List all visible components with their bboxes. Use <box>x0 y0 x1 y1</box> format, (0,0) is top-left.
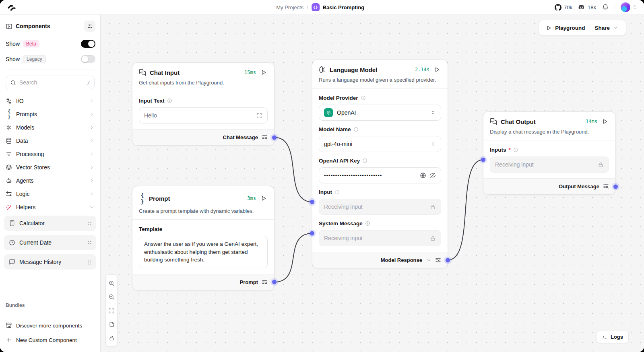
inspect-output-icon[interactable] <box>435 257 441 263</box>
discover-components-link[interactable]: Discover more components <box>6 318 95 333</box>
playground-share-panel: Playground Share <box>538 20 626 36</box>
messages-square-icon <box>490 118 497 125</box>
file-icon <box>109 321 115 327</box>
share-button[interactable]: Share <box>590 23 623 33</box>
chevron-right-icon <box>89 138 95 144</box>
info-icon[interactable] <box>167 98 172 103</box>
info-icon[interactable] <box>365 221 370 226</box>
plus-icon <box>6 337 12 343</box>
search-shortcut: / <box>87 80 90 86</box>
template-textarea[interactable]: Answer the user as if you were a GenAI e… <box>139 236 268 268</box>
node-description: Runs a language model given a specified … <box>312 77 448 89</box>
info-icon[interactable] <box>362 158 367 163</box>
inspect-output-icon[interactable] <box>603 183 609 189</box>
handle-chat-output-inputs[interactable] <box>481 158 485 162</box>
show-beta-toggle[interactable] <box>81 40 95 48</box>
playground-button[interactable]: Playground <box>541 23 590 33</box>
node-chat-output[interactable]: Chat Output 14ms Display a chat message … <box>483 111 616 195</box>
new-custom-component-button[interactable]: New Custom Component <box>6 333 95 347</box>
info-icon[interactable] <box>361 95 366 101</box>
api-key-field[interactable]: •••••••••••••••••••••••••• <box>319 167 441 183</box>
run-node-button[interactable] <box>433 66 441 74</box>
sidebar-item-agents[interactable]: Agents <box>4 174 96 187</box>
info-icon[interactable] <box>353 127 359 132</box>
add-note-button[interactable] <box>106 317 117 331</box>
sidebar-item-io[interactable]: I/O <box>4 94 96 107</box>
component-card-message-history[interactable]: Message History <box>4 254 96 270</box>
chevron-right-icon <box>89 98 95 104</box>
github-star-count: 70k <box>564 4 572 10</box>
component-card-current-date[interactable]: Current Date <box>4 235 96 250</box>
drag-handle-icon[interactable] <box>88 259 91 265</box>
handle-lm-input[interactable] <box>310 200 314 204</box>
show-legacy-row: Show Legacy <box>6 55 95 63</box>
sidebar-item-processing[interactable]: Processing <box>4 147 96 161</box>
chevron-right-icon <box>89 111 95 117</box>
chevron-down-icon[interactable] <box>426 257 431 263</box>
sidebar-item-vector-stores[interactable]: Vector Stores <box>4 161 96 174</box>
messages-square-icon <box>139 69 146 76</box>
component-search[interactable]: / <box>6 76 95 89</box>
top-bar: My Projects / {} Basic Prompting 70k 18k <box>0 0 644 15</box>
drag-handle-icon[interactable] <box>88 221 91 226</box>
drag-handle-icon[interactable] <box>88 240 91 245</box>
account-menu[interactable] <box>621 2 638 12</box>
legacy-badge: Legacy <box>23 55 46 63</box>
breadcrumb-flow-name[interactable]: Basic Prompting <box>323 4 364 10</box>
handle-output-message-output[interactable] <box>613 184 618 189</box>
input-field-disabled: Receiving input <box>319 199 441 215</box>
input-text-field[interactable]: Hello <box>139 107 268 124</box>
app-window: My Projects / {} Basic Prompting 70k 18k <box>0 0 644 352</box>
run-node-button[interactable] <box>601 117 609 126</box>
inspect-output-icon[interactable] <box>262 134 268 140</box>
cog-icon <box>6 124 12 131</box>
lock-canvas-button[interactable] <box>106 331 117 345</box>
sidebar-settings-button[interactable] <box>84 21 95 32</box>
node-prompt[interactable]: { } Prompt 3ms Create a prompt template … <box>132 186 275 290</box>
run-node-button[interactable] <box>260 68 268 76</box>
discord-link[interactable]: 18k <box>578 4 596 11</box>
handle-chat-message-output[interactable] <box>272 135 277 140</box>
component-card-calculator[interactable]: Calculator <box>4 216 96 231</box>
handle-model-response-output[interactable] <box>446 258 450 262</box>
info-icon[interactable] <box>334 189 340 195</box>
sidebar-item-prompts[interactable]: { } Prompts <box>4 107 96 121</box>
run-node-button[interactable] <box>260 194 268 202</box>
run-duration: 2.14s <box>415 67 429 72</box>
node-description: Display a chat message in the Playground… <box>483 129 615 140</box>
zoom-out-button[interactable] <box>106 290 117 304</box>
zoom-out-icon <box>108 294 115 300</box>
eye-off-icon[interactable] <box>429 172 436 179</box>
arrow-right-left-icon <box>6 191 12 197</box>
sidebar-item-helpers[interactable]: Helpers <box>4 200 96 214</box>
search-input[interactable] <box>19 79 84 86</box>
logs-button[interactable]: Logs <box>596 331 629 343</box>
sidebar-item-data[interactable]: Data <box>4 134 96 147</box>
langflow-logo-icon[interactable] <box>6 2 17 12</box>
node-language-model[interactable]: Language Model 2.14s Runs a language mod… <box>312 60 448 268</box>
info-icon[interactable] <box>513 147 518 152</box>
globe-icon[interactable] <box>420 172 426 179</box>
model-provider-select[interactable]: OpenAI <box>319 105 441 121</box>
chevrons-up-down-icon <box>430 141 436 147</box>
inspect-output-icon[interactable] <box>262 279 268 285</box>
sidebar-item-models[interactable]: Models <box>4 121 96 134</box>
show-legacy-toggle[interactable] <box>81 55 95 63</box>
flow-canvas[interactable]: Playground Share Chat Input 15ms Get c <box>101 15 644 352</box>
handle-prompt-output[interactable] <box>272 280 277 284</box>
fit-view-button[interactable] <box>106 304 117 317</box>
breadcrumb-project-link[interactable]: My Projects <box>276 4 303 10</box>
handle-lm-system-message[interactable] <box>310 231 314 236</box>
expand-icon[interactable] <box>256 113 262 119</box>
model-name-select[interactable]: gpt-4o-mini <box>319 136 441 152</box>
openai-logo-icon <box>324 108 333 117</box>
github-stars-link[interactable]: 70k <box>555 4 572 11</box>
panel-left-icon[interactable] <box>6 23 12 30</box>
sidebar-item-logic[interactable]: Logic <box>4 187 96 200</box>
zoom-in-button[interactable] <box>106 276 117 290</box>
node-chat-input[interactable]: Chat Input 15ms Get chat inputs from the… <box>132 62 275 146</box>
play-icon <box>260 69 267 76</box>
sidebar-divider <box>6 70 95 70</box>
notifications-bell-icon[interactable] <box>602 4 609 11</box>
play-icon <box>602 118 608 125</box>
